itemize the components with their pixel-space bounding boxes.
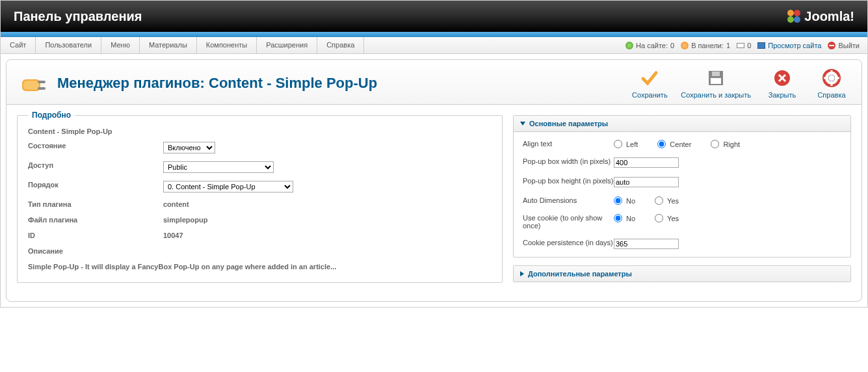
save-close-button[interactable]: Сохранить и закрыть <box>681 68 751 99</box>
svg-rect-6 <box>38 81 46 83</box>
svg-point-1 <box>794 10 800 16</box>
menu-extensions[interactable]: Расширения <box>257 37 317 53</box>
align-label: Align text <box>523 140 614 148</box>
state-label: Состояние <box>28 142 163 153</box>
type-value: content <box>163 200 189 208</box>
persist-input[interactable] <box>614 239 679 249</box>
autodim-yes-radio[interactable]: Yes <box>655 196 679 205</box>
mail-icon <box>737 43 744 48</box>
svg-rect-5 <box>23 81 39 90</box>
save-button[interactable]: Сохранить <box>631 68 668 99</box>
order-label: Порядок <box>28 181 163 193</box>
plugin-icon <box>18 68 49 99</box>
panel-users: В панели: 1 <box>681 42 730 49</box>
main-params-toggle[interactable]: Основные параметры <box>514 116 850 132</box>
height-label: Pop-up box height (in pixels) <box>523 177 614 185</box>
persist-label: Cookie persistence (in days) <box>523 239 614 246</box>
extra-params-toggle[interactable]: Дополнительные параметры <box>514 266 850 282</box>
details-fieldset: Подробно Content - Simple Pop-Up Состоян… <box>17 115 503 283</box>
svg-point-2 <box>787 16 794 23</box>
align-left-radio[interactable]: Left <box>614 140 638 148</box>
menu-content[interactable]: Материалы <box>140 37 197 53</box>
file-label: Файл плагина <box>28 216 163 224</box>
align-center-radio[interactable]: Center <box>657 140 691 148</box>
cookie-yes-radio[interactable]: Yes <box>655 214 679 222</box>
toolbar: Сохранить Сохранить и закрыть Закрыть Сп… <box>631 68 850 99</box>
svg-rect-10 <box>712 72 720 76</box>
screen-icon <box>757 42 765 49</box>
close-icon <box>773 69 791 87</box>
site-visitors: На сайте: 0 <box>625 42 674 49</box>
topbar: Панель управления Joomla! <box>1 1 867 32</box>
align-right-radio[interactable]: Right <box>711 140 740 148</box>
svg-point-13 <box>828 75 835 81</box>
width-label: Pop-up box width (in pixels) <box>523 157 614 165</box>
extra-params-panel: Дополнительные параметры <box>513 265 851 282</box>
cookie-label: Use cookie (to only show once) <box>523 214 614 230</box>
menu-menus[interactable]: Меню <box>101 37 140 53</box>
preview-site[interactable]: Просмотр сайта <box>757 42 821 49</box>
id-label: ID <box>28 232 163 239</box>
lifebuoy-icon <box>822 69 841 87</box>
autodim-no-radio[interactable]: No <box>614 196 635 205</box>
autodim-label: Auto Dimensions <box>523 196 614 204</box>
desc-text: Simple Pop-Up - It will display a FancyB… <box>28 263 492 271</box>
accent-bar <box>1 32 867 37</box>
joomla-icon <box>786 8 802 24</box>
main-params-panel: Основные параметры Align text Left Cente… <box>513 115 851 258</box>
svg-rect-7 <box>38 87 46 90</box>
stop-icon <box>828 42 835 49</box>
height-input[interactable] <box>614 177 679 187</box>
svg-point-0 <box>787 10 794 16</box>
desc-label: Описание <box>28 247 163 255</box>
admin-icon <box>681 42 689 49</box>
page-header: Менеджер плагинов: Content - Simple Pop-… <box>7 60 861 105</box>
cookie-no-radio[interactable]: No <box>614 214 635 222</box>
status-bar: На сайте: 0 В панели: 1 0 Просмотр сайта… <box>625 42 867 49</box>
svg-rect-9 <box>711 78 721 84</box>
menubar: Сайт Пользователи Меню Материалы Компоне… <box>1 37 867 54</box>
menu-components[interactable]: Компоненты <box>197 37 257 53</box>
state-select[interactable]: Включено <box>163 142 215 153</box>
main-menu: Сайт Пользователи Меню Материалы Компоне… <box>1 37 364 53</box>
menu-site[interactable]: Сайт <box>1 37 36 53</box>
width-input[interactable] <box>614 157 679 168</box>
visitor-icon <box>625 42 633 49</box>
topbar-title: Панель управления <box>14 9 142 24</box>
work-area: Менеджер плагинов: Content - Simple Pop-… <box>6 59 862 302</box>
logout[interactable]: Выйти <box>828 42 860 49</box>
file-value: simplepopup <box>163 216 207 224</box>
chevron-down-icon <box>520 122 525 126</box>
help-button[interactable]: Справка <box>813 68 850 99</box>
access-label: Доступ <box>28 161 163 173</box>
menu-users[interactable]: Пользователи <box>36 37 101 53</box>
order-select[interactable]: 0. Content - Simple Pop-Up <box>163 181 293 193</box>
details-legend: Подробно <box>28 111 75 120</box>
chevron-right-icon <box>520 271 524 276</box>
access-select[interactable]: Public <box>163 161 274 173</box>
cancel-button[interactable]: Закрыть <box>764 68 800 99</box>
svg-point-3 <box>794 16 800 23</box>
id-value: 10047 <box>163 232 183 239</box>
check-icon <box>640 69 659 87</box>
messages[interactable]: 0 <box>737 42 751 49</box>
page-title: Менеджер плагинов: Content - Simple Pop-… <box>57 75 377 92</box>
type-label: Тип плагина <box>28 200 163 208</box>
plugin-name: Content - Simple Pop-Up <box>28 127 492 135</box>
menu-help[interactable]: Справка <box>317 37 364 53</box>
floppy-icon <box>707 69 725 87</box>
brand-logo: Joomla! <box>786 8 854 24</box>
